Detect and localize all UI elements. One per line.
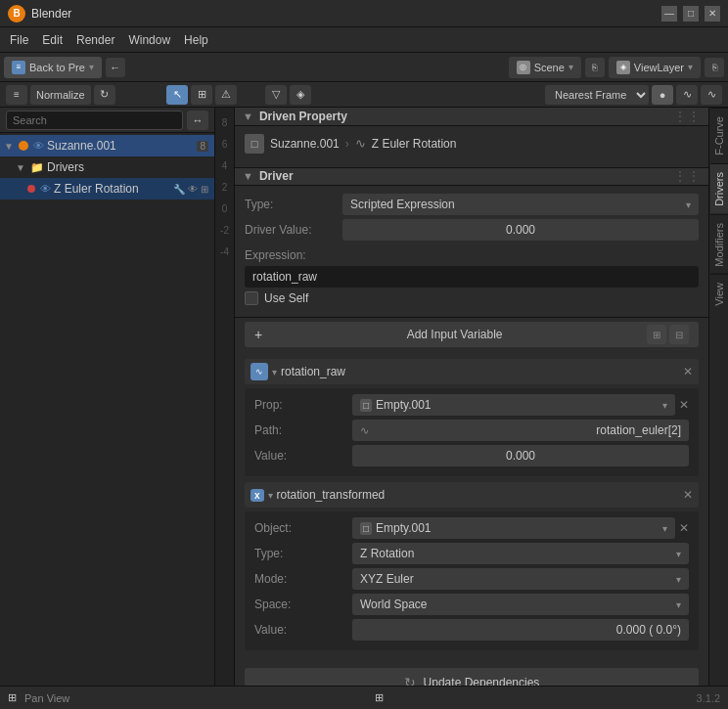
root-num: 8: [197, 141, 208, 152]
tab-view[interactable]: View: [710, 274, 728, 314]
var1-prop-close[interactable]: ✕: [679, 398, 689, 412]
pan-view-label: Pan View: [24, 692, 69, 704]
var2-type-row: Type: Z Rotation ▾: [254, 543, 689, 564]
scene-selector[interactable]: ◎ Scene ▾: [509, 57, 581, 78]
root-eye-icon: 👁: [33, 140, 44, 152]
curve-btn[interactable]: ∿: [676, 85, 698, 105]
back-tab-label: Back to Pre: [29, 62, 85, 73]
var2-value-row: Value: 0.000 ( 0.0°): [254, 619, 689, 641]
tree-root-item[interactable]: ▼ 👁 Suzanne.001 8: [0, 135, 214, 156]
cursor-btn[interactable]: ↖: [166, 85, 188, 105]
var1-body: Prop: □ Empty.001 ▾ ✕ Path: ∿ rotation_e…: [245, 388, 699, 476]
normalize-btn[interactable]: Normalize: [30, 85, 91, 105]
tree-zeuler-item[interactable]: 👁 Z Euler Rotation 🔧 👁 ⊞: [0, 178, 214, 199]
right-sidebar: F-Curve Drivers Modifiers View: [708, 108, 728, 709]
zeuler-extra-icon: ⊞: [201, 184, 208, 195]
tab-modifiers[interactable]: Modifiers: [710, 214, 728, 275]
var1-header[interactable]: ∿ ▾ rotation_raw ✕: [245, 359, 699, 384]
view-btn[interactable]: ≡: [6, 85, 27, 105]
var2-dropdown-arrow: ▾: [268, 490, 273, 501]
use-self-checkbox[interactable]: [245, 291, 258, 305]
use-self-label: Use Self: [264, 291, 308, 305]
scene-icon: ◎: [517, 61, 530, 74]
var2-type-label: Type:: [254, 547, 352, 560]
var1-close-btn[interactable]: ✕: [683, 365, 693, 378]
tree-drivers-item[interactable]: ▼ 📁 Drivers: [0, 156, 214, 178]
var1-prop-label: Prop:: [254, 398, 352, 412]
search-input[interactable]: [6, 111, 183, 130]
var2-container: x ▾ rotation_transformed ✕ Object: □ Emp…: [235, 482, 708, 656]
filter-btn[interactable]: ▽: [265, 85, 287, 105]
search-clear-btn[interactable]: ↔: [187, 111, 208, 130]
left-panel: ↔ ▼ 👁 Suzanne.001 8 ▼ 📁 Drivers 👁 Z Eule…: [0, 108, 215, 709]
num-neg2: -2: [215, 219, 234, 241]
var1-path-label: Path:: [254, 423, 352, 437]
menu-render[interactable]: Render: [70, 31, 120, 49]
breadcrumb-obj-shape: □: [251, 138, 258, 150]
viewlayer-selector[interactable]: ◈ ViewLayer ▾: [609, 57, 701, 78]
var1-path-icon: ∿: [360, 424, 369, 437]
driven-property-arrow: ▼: [243, 111, 253, 122]
var2-mode-arrow: ▾: [676, 574, 681, 585]
var2-object-value[interactable]: □ Empty.001 ▾: [352, 517, 675, 539]
close-button[interactable]: ✕: [705, 6, 720, 22]
var2-object-row: Object: □ Empty.001 ▾ ✕: [254, 517, 689, 539]
var2-close-btn[interactable]: ✕: [683, 488, 693, 502]
overlay-btn[interactable]: ◈: [290, 85, 311, 105]
zeuler-vis-icon: 👁: [188, 184, 198, 195]
add-icon-1[interactable]: ⊞: [647, 325, 666, 344]
var2-header[interactable]: x ▾ rotation_transformed ✕: [245, 482, 699, 508]
toolbar: ≡ Normalize ↻ ↖ ⊞ ⚠ ▽ ◈ Nearest Frame ● …: [0, 82, 728, 108]
curve2-btn[interactable]: ∿: [701, 85, 722, 105]
var2-value-field[interactable]: 0.000 ( 0.0°): [352, 619, 689, 641]
num-6: 6: [215, 133, 234, 155]
box-select-btn[interactable]: ⊞: [191, 85, 212, 105]
back-to-tab[interactable]: ≡ Back to Pre ▾: [4, 57, 102, 78]
menu-edit[interactable]: Edit: [36, 31, 68, 49]
var1-prop-value[interactable]: □ Empty.001 ▾: [352, 394, 675, 416]
tab-fcurve[interactable]: F-Curve: [710, 108, 728, 163]
menu-help[interactable]: Help: [178, 31, 214, 49]
tab-drivers[interactable]: Drivers: [710, 163, 728, 214]
breadcrumb: □ Suzanne.001 › ∿ Z Euler Rotation: [245, 134, 699, 154]
var2-type-value[interactable]: Z Rotation ▾: [352, 543, 689, 564]
frame-selector[interactable]: Nearest Frame: [545, 85, 649, 105]
type-dropdown-arrow: ▾: [686, 199, 691, 210]
var2-space-value[interactable]: World Space ▾: [352, 594, 689, 615]
numbers-strip: 8 6 4 2 0 -2 -4: [215, 108, 235, 709]
minimize-button[interactable]: —: [661, 6, 677, 22]
menu-window[interactable]: Window: [122, 31, 176, 49]
driver-dots: ⋮⋮: [673, 168, 701, 184]
add-icon-2[interactable]: ⊟: [669, 325, 689, 344]
var2-mode-value[interactable]: XYZ Euler ▾: [352, 568, 689, 590]
left-toolbar: ↔: [0, 108, 214, 133]
viewlayer-copy-btn[interactable]: ⎘: [705, 58, 724, 77]
menu-file[interactable]: File: [4, 31, 34, 49]
driver-header[interactable]: ▼ Driver ⋮⋮: [235, 168, 708, 187]
refresh-btn[interactable]: ↻: [94, 85, 115, 105]
var2-mode-row: Mode: XYZ Euler ▾: [254, 568, 689, 590]
var1-path-row: Path: ∿ rotation_euler[2]: [254, 420, 689, 441]
add-variable-btn[interactable]: + Add Input Variable ⊞ ⊟: [245, 322, 699, 347]
snap-btn[interactable]: ●: [652, 85, 673, 105]
scene-copy-btn[interactable]: ⎘: [585, 58, 605, 77]
var1-value-field[interactable]: 0.000: [352, 445, 689, 466]
driver-value-field[interactable]: 0.000: [342, 219, 699, 241]
var2-obj-close[interactable]: ✕: [679, 521, 689, 535]
var2-mode-label: Mode:: [254, 572, 352, 586]
right-icon: ⊞: [375, 691, 384, 704]
breadcrumb-obj-name: Suzanne.001: [270, 137, 340, 151]
warning-btn[interactable]: ⚠: [215, 85, 237, 105]
var2-value-label: Value:: [254, 623, 352, 637]
back-nav-btn[interactable]: ←: [106, 58, 125, 77]
var2-type-arrow: ▾: [676, 549, 681, 559]
driver-value-label: Driver Value:: [245, 223, 342, 237]
type-value[interactable]: Scripted Expression ▾: [342, 194, 699, 215]
scene-label: Scene: [534, 62, 565, 73]
driven-property-header[interactable]: ▼ Driven Property ⋮⋮: [235, 108, 708, 126]
maximize-button[interactable]: □: [683, 6, 699, 22]
back-icon: ≡: [12, 61, 25, 74]
var1-value-label: Value:: [254, 449, 352, 463]
var1-path-value[interactable]: ∿ rotation_euler[2]: [352, 420, 689, 441]
expression-field[interactable]: rotation_raw: [245, 266, 699, 288]
